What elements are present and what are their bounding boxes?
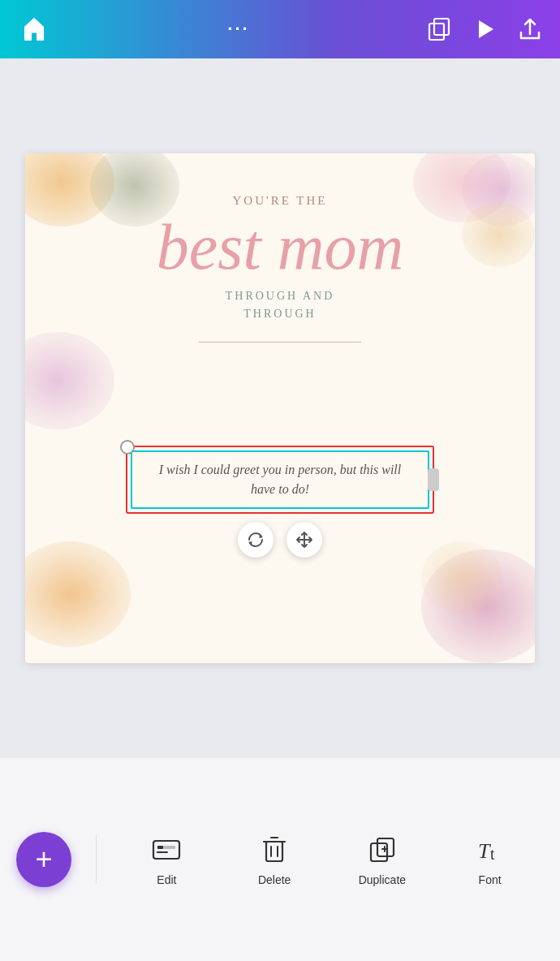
toolbar-divider <box>96 835 97 884</box>
svg-text:T: T <box>478 839 491 863</box>
font-action[interactable]: T t Font <box>436 833 544 886</box>
card-text-area: YOU'RE THE best mom THROUGH ANDTHROUGH <box>25 194 535 360</box>
text-element-outer: I wish I could greet you in person, but … <box>126 446 434 514</box>
delete-label: Delete <box>258 873 291 886</box>
more-options[interactable]: ··· <box>227 20 249 38</box>
svg-marker-2 <box>479 20 493 38</box>
svg-rect-0 <box>429 24 444 40</box>
text-element-content: I wish I could greet you in person, but … <box>149 460 411 499</box>
handle-right[interactable] <box>428 468 439 491</box>
svg-rect-3 <box>153 841 179 859</box>
svg-rect-5 <box>157 846 163 849</box>
card-line3: THROUGH ANDTHROUGH <box>226 287 335 324</box>
edit-label: Edit <box>157 873 176 886</box>
svg-rect-7 <box>266 842 282 861</box>
play-button[interactable] <box>471 15 498 43</box>
font-label: Font <box>479 873 502 886</box>
home-button[interactable] <box>16 11 52 47</box>
top-bar: ··· <box>0 0 560 58</box>
canvas-area: YOU'RE THE best mom THROUGH ANDTHROUGH I… <box>0 58 560 758</box>
handle-top-left[interactable] <box>120 440 135 455</box>
share-button[interactable] <box>516 15 544 43</box>
card-line1: YOU'RE THE <box>232 194 327 208</box>
greeting-card[interactable]: YOU'RE THE best mom THROUGH ANDTHROUGH I… <box>25 153 535 663</box>
card-line2: best mom <box>157 214 403 279</box>
font-icon: T t <box>473 833 507 867</box>
transform-handles <box>126 522 434 558</box>
duplicate-action[interactable]: Duplicate <box>329 833 437 886</box>
top-bar-left <box>16 11 52 47</box>
duplicate-label: Duplicate <box>359 873 406 886</box>
top-bar-right <box>425 15 544 43</box>
toolbar-items: + Edit <box>0 758 560 961</box>
divider-line <box>199 342 361 343</box>
card-container[interactable]: YOU'RE THE best mom THROUGH ANDTHROUGH I… <box>25 153 535 663</box>
duplicate-toolbar-icon <box>365 833 399 867</box>
delete-action[interactable]: Delete <box>221 833 329 886</box>
move-handle[interactable] <box>286 522 322 558</box>
edit-icon <box>149 833 183 867</box>
svg-text:t: t <box>490 845 495 863</box>
edit-action[interactable]: Edit <box>113 833 221 886</box>
delete-icon <box>257 833 291 867</box>
add-button[interactable]: + <box>16 832 71 887</box>
blob-bottom-left <box>25 541 131 647</box>
text-element-wrapper[interactable]: I wish I could greet you in person, but … <box>126 446 434 558</box>
duplicate-button[interactable] <box>425 15 453 43</box>
bottom-toolbar: + Edit <box>0 758 560 961</box>
add-icon: + <box>35 845 52 874</box>
text-element-inner[interactable]: I wish I could greet you in person, but … <box>131 450 429 509</box>
svg-rect-1 <box>434 19 449 35</box>
more-icon: ··· <box>227 20 249 38</box>
rotate-handle[interactable] <box>238 522 274 558</box>
